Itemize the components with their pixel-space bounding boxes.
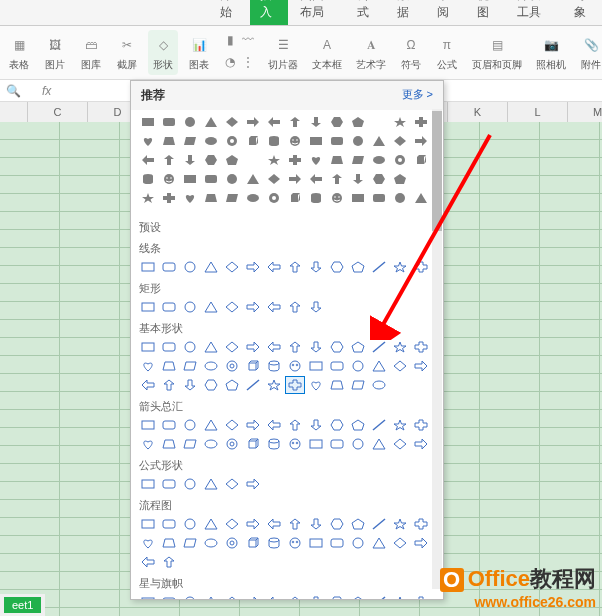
shape-option[interactable]: [139, 358, 157, 374]
shape-option[interactable]: [160, 377, 178, 393]
shape-option[interactable]: [286, 299, 304, 315]
shape-option[interactable]: [265, 114, 283, 130]
sheet-tab-1[interactable]: eet1: [4, 597, 41, 613]
shape-option[interactable]: [202, 133, 220, 149]
shape-option[interactable]: [328, 594, 346, 600]
tab-insert[interactable]: 插入: [250, 0, 288, 25]
ribbon-shapes[interactable]: ◇形状: [148, 30, 178, 75]
shape-option[interactable]: [139, 339, 157, 355]
shape-option[interactable]: [139, 171, 157, 187]
search-icon[interactable]: 🔍: [6, 84, 34, 98]
shape-option[interactable]: [412, 516, 430, 532]
shape-option[interactable]: [286, 259, 304, 275]
shape-option[interactable]: [412, 259, 430, 275]
shape-option[interactable]: [160, 190, 178, 206]
shape-option[interactable]: [349, 358, 367, 374]
shape-option[interactable]: [223, 299, 241, 315]
shape-option[interactable]: [412, 436, 430, 452]
shape-option[interactable]: [223, 476, 241, 492]
shape-option[interactable]: [181, 114, 199, 130]
shape-option[interactable]: [391, 417, 409, 433]
shape-option[interactable]: [412, 114, 430, 130]
shape-option[interactable]: [328, 152, 346, 168]
shape-option[interactable]: [181, 259, 199, 275]
shape-option[interactable]: [244, 152, 262, 168]
shape-option[interactable]: [202, 339, 220, 355]
shape-option[interactable]: [244, 114, 262, 130]
shape-option[interactable]: [286, 339, 304, 355]
shape-option[interactable]: [307, 516, 325, 532]
shape-option[interactable]: [139, 190, 157, 206]
shape-option[interactable]: [202, 436, 220, 452]
shape-option[interactable]: [391, 358, 409, 374]
col-corner[interactable]: [0, 102, 28, 122]
shape-option[interactable]: [286, 516, 304, 532]
shape-option[interactable]: [391, 516, 409, 532]
shape-option[interactable]: [307, 417, 325, 433]
shape-option[interactable]: [370, 190, 388, 206]
line-icon[interactable]: 〰: [240, 32, 256, 48]
col-m[interactable]: M: [568, 102, 602, 122]
shape-option[interactable]: [307, 152, 325, 168]
shape-option[interactable]: [391, 190, 409, 206]
bar-icon[interactable]: ▮: [222, 32, 238, 48]
shape-option[interactable]: [181, 516, 199, 532]
shape-option[interactable]: [307, 259, 325, 275]
shape-option[interactable]: [181, 535, 199, 551]
shape-option[interactable]: [265, 417, 283, 433]
shape-option[interactable]: [160, 358, 178, 374]
tab-data[interactable]: 数据: [387, 0, 425, 25]
shape-option[interactable]: [202, 190, 220, 206]
shape-option[interactable]: [244, 476, 262, 492]
shape-option[interactable]: [412, 594, 430, 600]
shape-option[interactable]: [349, 114, 367, 130]
shape-option[interactable]: [286, 535, 304, 551]
shape-option[interactable]: [328, 259, 346, 275]
shape-option[interactable]: [181, 436, 199, 452]
shape-option[interactable]: [265, 358, 283, 374]
shape-option[interactable]: [160, 339, 178, 355]
tab-start[interactable]: 开始: [210, 0, 248, 25]
shape-option[interactable]: [328, 114, 346, 130]
shape-option[interactable]: [349, 133, 367, 149]
shape-option[interactable]: [139, 535, 157, 551]
col-c[interactable]: C: [28, 102, 88, 122]
shape-option[interactable]: [328, 377, 346, 393]
shape-option[interactable]: [244, 516, 262, 532]
shape-option[interactable]: [139, 133, 157, 149]
shape-option[interactable]: [349, 436, 367, 452]
shape-option[interactable]: [139, 152, 157, 168]
shape-option[interactable]: [328, 358, 346, 374]
shape-option[interactable]: [391, 436, 409, 452]
ribbon-chart-small[interactable]: ▮ 〰 ◔ ⋮: [220, 30, 258, 75]
shape-option[interactable]: [223, 594, 241, 600]
ribbon-textbox[interactable]: A文本框: [308, 30, 346, 75]
shape-option[interactable]: [160, 152, 178, 168]
shape-option[interactable]: [286, 594, 304, 600]
shape-option[interactable]: [265, 516, 283, 532]
shape-option[interactable]: [160, 299, 178, 315]
shape-option[interactable]: [244, 133, 262, 149]
shape-option[interactable]: [412, 535, 430, 551]
shape-option[interactable]: [139, 436, 157, 452]
shape-option[interactable]: [391, 152, 409, 168]
shape-option[interactable]: [244, 594, 262, 600]
shape-option[interactable]: [307, 436, 325, 452]
tab-layout[interactable]: 页面布局: [290, 0, 346, 25]
shape-option[interactable]: [181, 152, 199, 168]
shape-option[interactable]: [391, 339, 409, 355]
shape-option[interactable]: [181, 358, 199, 374]
shape-option[interactable]: [286, 377, 304, 393]
shape-option[interactable]: [370, 377, 388, 393]
shape-option[interactable]: [223, 259, 241, 275]
shape-option[interactable]: [391, 171, 409, 187]
shape-option[interactable]: [139, 516, 157, 532]
shape-option[interactable]: [265, 535, 283, 551]
shape-option[interactable]: [202, 476, 220, 492]
shape-option[interactable]: [223, 133, 241, 149]
shape-option[interactable]: [328, 339, 346, 355]
shape-option[interactable]: [412, 133, 430, 149]
pie-icon[interactable]: ◔: [222, 54, 238, 70]
shape-option[interactable]: [139, 114, 157, 130]
shape-option[interactable]: [181, 476, 199, 492]
